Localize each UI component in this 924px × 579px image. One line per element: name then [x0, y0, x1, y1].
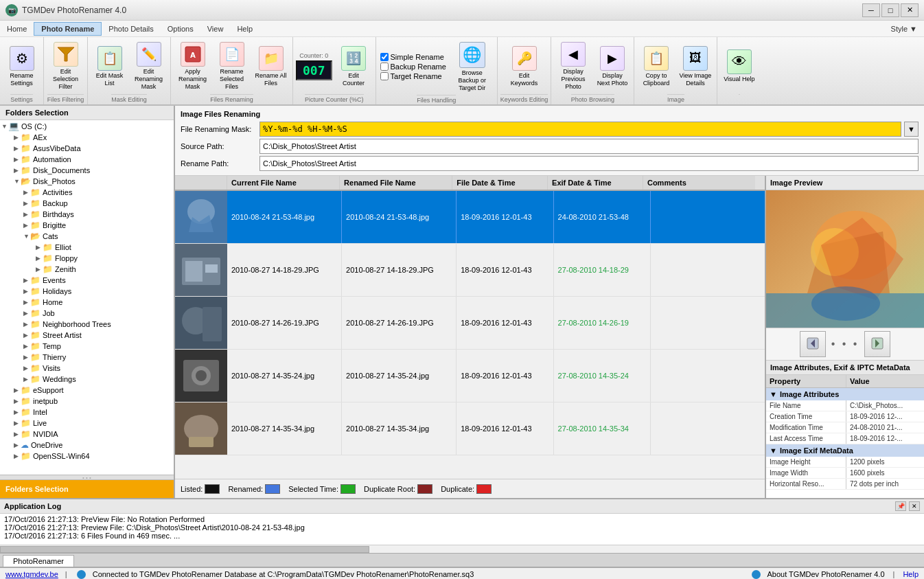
- sidebar-item-diskdocuments[interactable]: ▶ 📁 Disk_Documents: [0, 165, 174, 176]
- target-rename-checkbox-label[interactable]: Target Rename: [380, 72, 446, 80]
- statusbar: www.tgmdev.be | Connected to TGMDev Phot…: [0, 567, 924, 579]
- simple-rename-checkbox-label[interactable]: Simple Rename: [380, 53, 446, 61]
- sidebar-item-zenith[interactable]: ▶ 📁 Zenith: [0, 264, 174, 275]
- visual-help-button[interactable]: 👁 Visual Help: [720, 46, 758, 87]
- sidebar-item-nvidia[interactable]: ▶ 📁 NVIDIA: [0, 429, 174, 440]
- simple-rename-checkbox[interactable]: [380, 53, 389, 61]
- sidebar-item-brigitte[interactable]: ▶ 📁 Brigitte: [0, 220, 174, 231]
- sidebar-item-visits[interactable]: ▶ 📁 Visits: [0, 363, 174, 374]
- file-row-2[interactable]: 2010-08-27 14-18-29.JPG 2010-08-27 14-18…: [175, 244, 765, 297]
- sidebar-item-job[interactable]: ▶ 📁 Job: [0, 308, 174, 319]
- sidebar-item-intel[interactable]: ▶ 📁 Intel: [0, 407, 174, 418]
- sidebar-item-weddings[interactable]: ▶ 📁 Weddings: [0, 374, 174, 385]
- edit-counter-button[interactable]: 🔢 Edit Counter: [335, 43, 373, 91]
- sidebar-item-cats[interactable]: ▼ 📂 Cats: [0, 231, 174, 242]
- file-row-3[interactable]: 2010-08-27 14-26-19.JPG 2010-08-27 14-26…: [175, 297, 765, 350]
- copy-to-clipboard-button[interactable]: 📋 Copy to Clipboard: [637, 43, 675, 91]
- counter-display: 007: [296, 60, 332, 80]
- menu-help[interactable]: Help: [230, 23, 259, 35]
- backup-rename-checkbox[interactable]: [380, 63, 389, 71]
- col-file-date[interactable]: File Date & Time: [452, 176, 548, 190]
- next-photo-nav-button[interactable]: [864, 331, 890, 357]
- sidebar-item-holidays[interactable]: ▶ 📁 Holidays: [0, 286, 174, 297]
- log-scrollbar[interactable]: [0, 545, 924, 553]
- menu-photo-details[interactable]: Photo Details: [102, 23, 160, 35]
- source-path-input[interactable]: [259, 139, 919, 154]
- sidebar-item-aex[interactable]: ▶ 📁 AEx: [0, 132, 174, 143]
- sidebar-item-events[interactable]: ▶ 📁 Events: [0, 275, 174, 286]
- style-button[interactable]: Style ▼: [884, 23, 924, 35]
- menu-photo-rename[interactable]: Photo Rename: [34, 22, 102, 36]
- rename-path-label: Rename Path:: [181, 159, 259, 168]
- sidebar-header: Folders Selection: [0, 106, 174, 120]
- display-next-photo-button[interactable]: ▶ Display Next Photo: [593, 43, 631, 91]
- edit-keywords-button[interactable]: 🔑 Edit Keywords: [505, 43, 543, 91]
- display-previous-photo-button[interactable]: ◀ Display Previous Photo: [554, 38, 592, 93]
- sidebar-item-activities[interactable]: ▶ 📁 Activities: [0, 187, 174, 198]
- sidebar-item-temp[interactable]: ▶ 📁 Temp: [0, 341, 174, 352]
- status-link[interactable]: www.tgmdev.be: [5, 570, 58, 578]
- mask-dropdown-button[interactable]: ▼: [904, 122, 919, 137]
- sidebar-item-streetartist[interactable]: ▶ 📁 Street Artist: [0, 330, 174, 341]
- sidebar-item-onedrive[interactable]: ▶ ☁ OneDrive: [0, 440, 174, 451]
- tab-photorenamer[interactable]: PhotoRenamer: [3, 555, 74, 567]
- edit-selection-filter-button[interactable]: Edit Selection Filter: [47, 38, 84, 93]
- menu-options[interactable]: Options: [161, 23, 200, 35]
- preview-nav: • • •: [766, 328, 924, 360]
- sidebar: Folders Selection ▼ 💻 OS (C:) ▶ 📁 AEx ▶ …: [0, 106, 175, 498]
- edit-mask-list-button[interactable]: 📋 Edit Mask List: [91, 43, 128, 91]
- col-exif-date[interactable]: Exif Date & Time: [548, 176, 643, 190]
- backup-rename-checkbox-label[interactable]: Backup Rename: [380, 63, 446, 71]
- rename-selected-files-button[interactable]: 📄 Rename Selected Files: [213, 38, 251, 93]
- metadata-table: Property Value ▼Image Attributes: [766, 375, 924, 498]
- file-row-5[interactable]: 2010-08-27 14-35-34.jpg 2010-08-27 14-35…: [175, 402, 765, 455]
- sidebar-item-diskphotos[interactable]: ▼ 📂 Disk_Photos: [0, 176, 174, 187]
- mask-input[interactable]: [259, 122, 901, 137]
- minimize-button[interactable]: ─: [862, 3, 880, 17]
- apply-renaming-mask-button[interactable]: A A Apply Renaming Mask: [174, 38, 211, 93]
- menu-view[interactable]: View: [200, 23, 231, 35]
- sidebar-item-openssl[interactable]: ▶ 📁 OpenSSL-Win64: [0, 451, 174, 462]
- sidebar-item-inetpub[interactable]: ▶ 📁 inetpub: [0, 396, 174, 407]
- sidebar-resizer[interactable]: • • •: [0, 475, 174, 480]
- toolbar-group-counter: Counter: 0 007 🔢 Edit Counter Picture Co…: [293, 37, 376, 104]
- svg-marker-0: [58, 47, 74, 61]
- col-comments[interactable]: Comments: [643, 176, 755, 190]
- target-rename-checkbox[interactable]: [380, 72, 389, 80]
- file-table-body[interactable]: 2010-08-24 21-53-48.jpg 2010-08-24 21-53…: [175, 191, 765, 479]
- status-help[interactable]: Help: [903, 570, 919, 578]
- sidebar-item-live[interactable]: ▶ 📁 Live: [0, 418, 174, 429]
- rename-path-input[interactable]: [259, 156, 919, 171]
- app-log-close-button[interactable]: ✕: [909, 501, 920, 511]
- maximize-button[interactable]: □: [881, 3, 899, 17]
- sidebar-item-osc[interactable]: ▼ 💻 OS (C:): [0, 120, 174, 132]
- sidebar-item-neighborhood[interactable]: ▶ 📁 Neighborhood Trees: [0, 319, 174, 330]
- counter-label: Counter: 0: [299, 52, 328, 59]
- edit-renaming-mask-button[interactable]: ✏️ Edit Renaming Mask: [130, 38, 168, 93]
- sidebar-item-automation[interactable]: ▶ 📁 Automation: [0, 154, 174, 165]
- sidebar-item-backup[interactable]: ▶ 📁 Backup: [0, 198, 174, 209]
- sidebar-item-birthdays[interactable]: ▶ 📁 Birthdays: [0, 209, 174, 220]
- sidebar-item-asusvibedata[interactable]: ▶ 📁 AsusVibeData: [0, 143, 174, 154]
- rename-settings-button[interactable]: ⚙ Rename Settings: [3, 43, 41, 91]
- view-image-details-button[interactable]: 🖼 View Image Details: [676, 43, 714, 91]
- sidebar-item-floppy[interactable]: ▶ 📁 Floppy: [0, 253, 174, 264]
- svg-point-17: [196, 370, 207, 381]
- file-row-1[interactable]: 2010-08-24 21-53-48.jpg 2010-08-24 21-53…: [175, 191, 765, 244]
- app-log-header: Application Log 📌 ✕: [0, 499, 924, 514]
- app-log-pin-button[interactable]: 📌: [895, 501, 906, 511]
- sidebar-item-elliot[interactable]: ▶ 📁 Elliot: [0, 242, 174, 253]
- sidebar-item-esupport[interactable]: ▶ 📁 eSupport: [0, 385, 174, 396]
- log-entry-3: 17/Oct/2016 21:27:13: 6 Files Found in 4…: [4, 532, 920, 540]
- legend-dup-root: Duplicate Root:: [364, 484, 432, 494]
- rename-all-files-button[interactable]: 📁 Rename All Files: [252, 43, 290, 91]
- sidebar-item-home[interactable]: ▶ 📁 Home: [0, 297, 174, 308]
- prev-photo-nav-button[interactable]: [800, 331, 826, 357]
- col-renamed-filename[interactable]: Renamed File Name: [340, 176, 452, 190]
- sidebar-item-thierry[interactable]: ▶ 📁 Thierry: [0, 352, 174, 363]
- close-button[interactable]: ✕: [901, 3, 919, 17]
- browse-backup-button[interactable]: 🌐 Browse Backup or Target Dir: [452, 38, 493, 95]
- col-current-filename[interactable]: Current File Name: [227, 176, 340, 190]
- file-row-4[interactable]: 2010-08-27 14-35-24.jpg 2010-08-27 14-35…: [175, 350, 765, 402]
- menu-home[interactable]: Home: [0, 23, 34, 35]
